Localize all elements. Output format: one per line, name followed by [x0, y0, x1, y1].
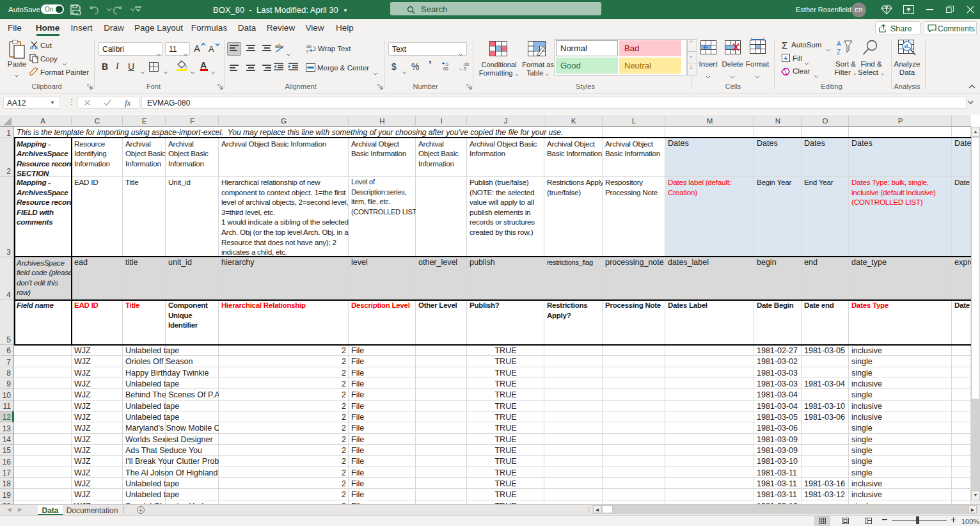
- svg-text:Z: Z: [837, 49, 841, 55]
- svg-text:→.0: →.0: [458, 67, 466, 70]
- svg-text:c: c: [306, 49, 309, 52]
- svg-text:.00: .00: [442, 67, 448, 70]
- svg-text:ab: ab: [306, 44, 312, 49]
- svg-text:A: A: [837, 40, 841, 47]
- svg-text:.00: .00: [463, 62, 469, 67]
- svg-text:0: 0: [446, 62, 448, 67]
